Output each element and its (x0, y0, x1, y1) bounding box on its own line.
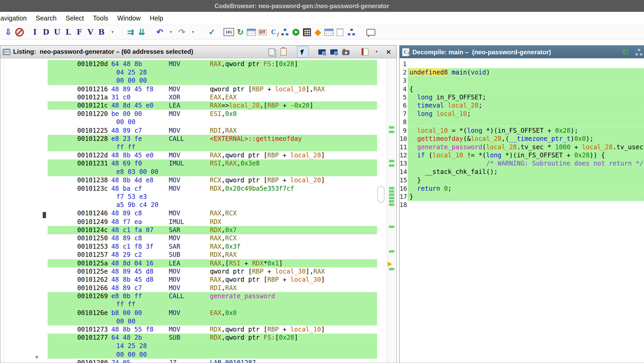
memory-map-icon[interactable] (302, 27, 312, 37)
listing-row[interactable]: 0010128074 05JZLAB_00101287 (48, 359, 377, 363)
decompile-line[interactable]: 14 __stack_chk_fail(); (400, 168, 644, 176)
selection-marker[interactable] (389, 131, 394, 133)
clear-code-icon[interactable] (14, 27, 24, 37)
listing-row[interactable]: 00101228e8 23 feCALL<EXTERNAL>::gettimeo… (48, 135, 377, 143)
selection-marker[interactable] (389, 187, 394, 189)
decompile-line[interactable]: 17} (400, 193, 644, 201)
listing-row[interactable]: 0010121a31 c0XOREAX,EAX (48, 93, 377, 102)
decompile-panel-header[interactable]: C Decompile: main – (neo-password-genera… (400, 46, 644, 58)
paste-icon[interactable] (278, 46, 289, 57)
menu-item-select[interactable]: Select (61, 15, 88, 22)
selection-marker[interactable] (389, 250, 394, 253)
report-icon[interactable] (335, 27, 345, 37)
undefine-u-icon[interactable]: U (52, 27, 62, 37)
function-graph-icon[interactable] (280, 27, 290, 37)
listing-row[interactable]: 0010123848 8b 4d e8MOVRCX,qword ptr [RBP… (48, 176, 377, 184)
register-values-icon[interactable] (324, 27, 334, 37)
listing-row[interactable]: 0010125048 89 c8MOVRAX,RCX (48, 234, 377, 243)
listing-row[interactable]: 0010120d64 48 8bMOVRAX,qword ptr FS:[0x2… (48, 60, 377, 68)
listing-marker-margin[interactable] (387, 58, 396, 363)
notes-icon[interactable] (359, 46, 370, 57)
menu-item-tools[interactable]: Tools (88, 15, 113, 22)
snapshot-view-icon[interactable] (329, 46, 339, 57)
selection-marker[interactable] (389, 126, 394, 129)
diff-view-icon[interactable] (317, 46, 328, 57)
listing-row[interactable]: 00 00 00 (48, 350, 377, 359)
menu-item-avigation[interactable]: avigation (0, 15, 31, 22)
listing-row[interactable]: 0010123c48 ba cfMOVRDX,0x20c49ba5e353f7c… (48, 184, 377, 193)
listing-row[interactable]: 00 00 00 (48, 77, 377, 85)
listing-row[interactable]: 0010126648 89 c7MOVRDI,RAX (48, 284, 377, 292)
menu-item-window[interactable]: Window (113, 15, 145, 22)
menu-item-search[interactable]: Search (31, 15, 61, 22)
listing-body[interactable]: ▼ 0010120d64 48 8bMOVRAX,qword ptr FS:[0… (1, 58, 396, 363)
listing-row[interactable]: 0010121648 89 45 f8MOVqword ptr [RBP + l… (48, 85, 377, 93)
symbol-tree-icon[interactable] (346, 27, 356, 37)
listing-row[interactable]: 0010126248 8b 45 d8MOVRAX,qword ptr [RBP… (48, 276, 377, 284)
decompile-line[interactable]: 6 timeval local_28; (400, 102, 644, 110)
redo-icon[interactable]: ↷ (177, 27, 187, 37)
listing-row[interactable]: 00101220be 00 00MOVESI,0x0 (48, 110, 377, 118)
define-data-d-icon[interactable]: D (41, 27, 51, 37)
listing-row[interactable]: 0010124948 f7 eaIMULRDX (48, 217, 377, 226)
listing-row[interactable]: 0010126eb8 00 00MOVEAX,0x0 (48, 309, 377, 317)
decompile-line[interactable]: 3 (400, 77, 644, 85)
repair-flow-icon[interactable]: ⇊ (137, 27, 147, 37)
listing-scrollbar-thumb[interactable] (377, 186, 384, 203)
listing-row[interactable]: 0010123148 69 f0IMULRSI,RAX,0x3e8 (48, 159, 377, 168)
go-to-icon[interactable]: ⇩ (3, 27, 13, 37)
create-variable-v-icon[interactable]: V (85, 27, 95, 37)
selection-marker[interactable] (389, 200, 394, 202)
listing-row[interactable]: 00 00 (48, 118, 377, 126)
listing-row[interactable]: 04 25 28 (48, 68, 377, 77)
menu-item-help[interactable]: Help (145, 15, 168, 22)
selection-marker[interactable] (389, 197, 394, 199)
decompiler-icon[interactable]: C (269, 27, 278, 37)
cursor-select-tool-button[interactable] (297, 46, 308, 57)
selection-marker[interactable] (389, 190, 394, 193)
listing-row[interactable]: 0010125348 c1 f8 3fSARRAX,0x3f (48, 242, 377, 251)
listing-row[interactable]: a5 9b c4 20 (48, 201, 377, 209)
copy-icon[interactable] (266, 46, 277, 57)
decompile-line[interactable]: 11 generate_password(local_28.tv_sec * 1… (400, 143, 644, 151)
comments-icon[interactable] (366, 27, 376, 37)
listing-row[interactable]: 0010122548 89 c7MOVRDI,RAX (48, 126, 377, 135)
decompile-line[interactable]: 9 local_10 = *(long *)(in_FS_OFFSET + 0x… (400, 126, 644, 135)
create-function-f-icon[interactable]: F (74, 27, 84, 37)
undo-caret[interactable]: ▾ (166, 27, 176, 37)
listing-row[interactable]: f7 53 e3 (48, 193, 377, 201)
decompile-line[interactable]: 13 /* WARNING: Subroutine does not retur… (400, 159, 644, 168)
byte-viewer-icon[interactable]: 101 (223, 27, 234, 37)
listing-row[interactable]: 00 00 (48, 317, 377, 325)
decompile-line[interactable]: 4{ (400, 85, 644, 93)
decompile-line[interactable]: 16 return 0; (400, 184, 644, 193)
listing-row[interactable]: e8 03 00 00 (48, 168, 377, 176)
decompile-line[interactable]: 10 gettimeofday(&local_28,(__timezone_pt… (400, 135, 644, 143)
run-script-icon[interactable] (291, 27, 301, 37)
decompile-line[interactable]: 2undefined8 main(void) (400, 68, 644, 77)
checksum-icon[interactable]: ◆ (313, 27, 323, 37)
camera-icon[interactable] (340, 46, 351, 57)
listing-row[interactable]: 0010127764 48 2bSUBRDX,qword ptr FS:[0x2… (48, 334, 377, 342)
listing-row[interactable]: 0010122d48 8b 45 e0MOVRAX,qword ptr [RBP… (48, 151, 377, 159)
validate-icon[interactable]: ✓ (207, 27, 217, 37)
selection-marker[interactable] (389, 203, 394, 206)
notes-caret[interactable]: ▾ (371, 46, 382, 57)
selection-marker[interactable] (389, 194, 394, 196)
undo-icon[interactable]: ↶ (155, 27, 165, 37)
listing-row[interactable]: 14 25 28 (48, 342, 377, 350)
bookmarks-table-icon[interactable] (246, 27, 256, 37)
clear-flow-icon[interactable]: ⇉ (126, 27, 136, 37)
close-icon[interactable]: × (383, 46, 394, 57)
listing-row[interactable]: 0010127348 8b 55 f8MOVRDX,qword ptr [RBP… (48, 325, 377, 334)
selection-marker[interactable] (389, 268, 394, 270)
listing-row[interactable]: 0010125748 29 c2SUBRDX,RAX (48, 251, 377, 259)
re-decompile-icon[interactable]: ↻ (620, 47, 631, 57)
decompile-line[interactable]: 5 long in_FS_OFFSET; (400, 93, 644, 102)
selection-marker[interactable] (389, 226, 394, 228)
disassemble-i-icon[interactable]: I (30, 27, 40, 37)
decompile-line[interactable]: 8 (400, 118, 644, 126)
graph-ast-icon[interactable] (633, 47, 644, 57)
decompile-line[interactable]: 1 (400, 60, 644, 68)
listing-row[interactable]: 0010125e48 89 45 d8MOVqword ptr [RBP + l… (48, 267, 377, 276)
